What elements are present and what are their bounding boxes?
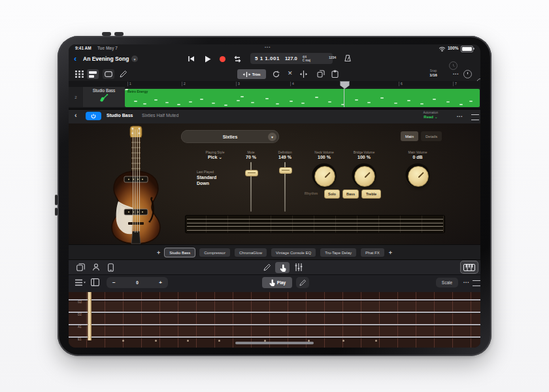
scale-button[interactable]: Scale [436, 278, 458, 287]
back-button[interactable]: ‹ [74, 54, 76, 63]
plugin-more-button[interactable]: ••• [457, 114, 463, 118]
edit-mode-button[interactable] [296, 277, 309, 288]
midi-notes [125, 89, 128, 90]
battery-percent: 100% [448, 46, 459, 50]
string-a[interactable] [69, 324, 480, 325]
go-to-beginning-button[interactable] [188, 56, 195, 62]
device-icon[interactable] [108, 263, 114, 272]
grid-view-icon[interactable] [75, 71, 84, 78]
track-row: 2 Studio Bass Retro Energy [69, 87, 480, 107]
string-d[interactable] [69, 312, 480, 313]
pencil-tool-icon[interactable] [120, 71, 127, 78]
pickup-button-bass[interactable]: Bass [342, 189, 359, 199]
plugin-resize-handle-icon[interactable] [471, 114, 479, 120]
cycle-button[interactable] [233, 56, 242, 63]
chain-item-chromaglow[interactable]: ChromaGlow [235, 248, 267, 257]
pickup-button-rhythm[interactable]: Rhythm [301, 189, 321, 197]
bridge-volume-label: Bridge Volume [344, 150, 384, 154]
trim-tool-button[interactable]: Trim [237, 69, 266, 79]
record-button[interactable] [220, 56, 225, 62]
surface-collapse-handle[interactable] [473, 280, 480, 286]
string-label-d: D2 [78, 313, 82, 316]
neck-volume-knob[interactable] [312, 163, 337, 188]
neck-volume-label: Neck Volume [305, 150, 344, 154]
split-scissors-icon[interactable]: ✕ [288, 70, 293, 76]
automation-control[interactable]: Automation Read ⌄ [416, 110, 445, 120]
definition-slider-handle[interactable] [279, 167, 292, 174]
tab-details[interactable]: Details [421, 131, 442, 141]
string-label-e: E1 [78, 338, 82, 341]
home-indicator[interactable] [235, 342, 314, 344]
sound-library-icon[interactable] [92, 263, 100, 271]
bridge-volume-knob[interactable] [352, 163, 376, 188]
snap-control[interactable]: Snap 1/16 [422, 69, 445, 78]
copy-icon[interactable] [317, 70, 325, 78]
octave-value: 0 [136, 280, 139, 285]
last-played-label: Last Played [197, 170, 236, 174]
add-plugin-button[interactable]: + [157, 250, 160, 256]
region-inspector-button[interactable] [103, 69, 114, 79]
track-number[interactable]: 2 [69, 87, 83, 107]
octave-plus-button[interactable]: + [159, 280, 162, 286]
snap-label: Snap [422, 69, 445, 73]
octave-stepper[interactable]: − 0 + [107, 277, 168, 288]
loop-tool-icon[interactable] [273, 71, 280, 78]
faders-icon[interactable] [295, 263, 303, 271]
song-menu-chevron-icon[interactable]: ▾ [131, 56, 138, 62]
preset-selector[interactable]: Sixties ▾ [181, 130, 279, 143]
lcd-position: 5 1 1.001 [255, 56, 280, 61]
neck-volume-value: 100 % [305, 155, 344, 159]
plugin-patch-name[interactable]: Sixties Half Muted [142, 113, 178, 118]
play-button[interactable] [205, 56, 211, 63]
plugin-back-button[interactable]: ‹ [75, 111, 77, 119]
string-g[interactable] [69, 299, 480, 301]
main-volume-knob[interactable] [405, 163, 430, 188]
tracks-view-button[interactable] [87, 69, 99, 79]
metronome-icon[interactable] [344, 54, 352, 62]
midi-region[interactable]: Retro Energy [125, 89, 480, 107]
play-mode-label: Play [277, 280, 286, 285]
lcd-tempo: 127.0 [285, 56, 297, 61]
power-icon[interactable] [463, 70, 472, 78]
pickup-button-solo[interactable]: Solo [324, 189, 340, 199]
chain-item-tru-tape-delay[interactable]: Tru-Tape Delay [320, 248, 356, 257]
browser-icon[interactable] [76, 263, 85, 271]
clock-icon[interactable] [449, 61, 458, 70]
toolbar-more-button[interactable]: ••• [453, 72, 459, 76]
bass-fretboard-play-surface[interactable]: G2 D2 A1 E1 [69, 292, 480, 348]
add-plugin-button-end[interactable]: + [389, 250, 392, 256]
string-label-g: G2 [78, 301, 82, 304]
playing-style-value[interactable]: Pick ⌄ [194, 155, 236, 160]
mute-label: Mute [238, 150, 264, 154]
paste-icon[interactable] [331, 70, 339, 78]
touch-finger-icon [279, 264, 286, 272]
piano-keys-icon [463, 264, 475, 271]
chain-item-studio-bass[interactable]: Studio Bass [165, 248, 195, 257]
playhead-line [344, 87, 344, 107]
edit-pencil-icon[interactable] [263, 264, 271, 271]
lcd-display[interactable]: 5 1 1.001 127.0 4/4 C maj [250, 53, 333, 64]
chain-item-phat-fx[interactable]: Phat FX [361, 248, 384, 257]
plugin-power-button[interactable] [86, 112, 101, 120]
count-in-icon[interactable]: 1234 [329, 56, 336, 59]
view-list-icon[interactable] [75, 279, 86, 286]
play-mode-button[interactable]: Play [262, 277, 292, 288]
window-drag-handle[interactable]: ••• [265, 45, 271, 49]
touch-play-mode-button[interactable] [275, 262, 290, 273]
chain-item-compressor[interactable]: Compressor [199, 248, 230, 257]
status-date: Tue May 7 [97, 46, 118, 50]
preset-chevron-icon: ▾ [268, 133, 276, 141]
song-title[interactable]: An Evening Song [83, 56, 129, 62]
tab-main[interactable]: Main [401, 131, 418, 141]
pickup-button-treble[interactable]: Treble [361, 189, 381, 199]
surface-more-button[interactable]: ••• [463, 280, 469, 284]
chain-item-vintage-console-eq[interactable]: Vintage Console EQ [271, 248, 316, 257]
string-e[interactable] [69, 336, 480, 338]
keyboard-view-button[interactable] [461, 261, 478, 273]
octave-minus-button[interactable]: − [112, 280, 116, 286]
track-header[interactable]: Studio Bass [83, 87, 125, 107]
split-at-playhead-icon[interactable] [300, 71, 307, 78]
mute-slider-handle[interactable] [245, 170, 258, 176]
sidebar-toggle-icon[interactable] [91, 278, 99, 286]
fretboard-strip[interactable] [185, 215, 445, 233]
